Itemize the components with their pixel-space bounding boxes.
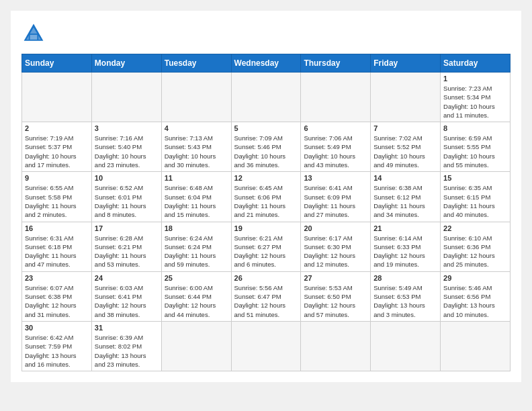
day-number: 22 [443,224,507,232]
day-number: 8 [443,124,507,132]
day-number: 9 [25,174,89,182]
day-cell: 15Sunrise: 6:35 AM Sunset: 6:15 PM Dayli… [441,172,511,222]
day-number: 15 [443,174,507,182]
day-cell: 29Sunrise: 5:46 AM Sunset: 6:56 PM Dayli… [441,271,511,321]
day-cell: 25Sunrise: 6:00 AM Sunset: 6:44 PM Dayli… [161,271,231,321]
day-number: 11 [165,174,228,182]
day-number: 27 [304,274,367,282]
day-info: Sunrise: 6:31 AM Sunset: 6:18 PM Dayligh… [25,234,89,269]
day-cell [22,73,92,122]
day-number: 30 [25,324,89,332]
day-info: Sunrise: 6:59 AM Sunset: 5:55 PM Dayligh… [443,134,507,169]
day-cell: 5Sunrise: 7:09 AM Sunset: 5:46 PM Daylig… [231,122,301,172]
week-row-4: 16Sunrise: 6:31 AM Sunset: 6:18 PM Dayli… [22,222,511,271]
day-cell: 30Sunrise: 6:42 AM Sunset: 7:59 PM Dayli… [22,321,92,371]
day-cell [441,321,511,371]
day-info: Sunrise: 6:24 AM Sunset: 6:24 PM Dayligh… [165,234,228,269]
day-cell [231,73,301,122]
weekday-header-wednesday: Wednesday [231,54,301,73]
day-cell: 26Sunrise: 5:56 AM Sunset: 6:47 PM Dayli… [231,271,301,321]
day-cell [231,321,301,371]
day-info: Sunrise: 6:45 AM Sunset: 6:06 PM Dayligh… [234,183,298,219]
day-number: 14 [373,174,437,182]
day-number: 5 [234,124,298,132]
day-info: Sunrise: 6:28 AM Sunset: 6:21 PM Dayligh… [95,234,159,269]
week-row-2: 2Sunrise: 7:19 AM Sunset: 5:37 PM Daylig… [22,122,511,172]
day-cell: 9Sunrise: 6:55 AM Sunset: 5:58 PM Daylig… [22,172,92,222]
day-cell [301,321,371,371]
svg-rect-3 [30,35,38,40]
day-cell [161,321,231,371]
day-number: 24 [95,274,159,282]
day-info: Sunrise: 7:16 AM Sunset: 5:40 PM Dayligh… [95,134,159,169]
day-info: Sunrise: 6:41 AM Sunset: 6:09 PM Dayligh… [304,183,367,219]
day-cell [371,73,441,122]
day-cell: 21Sunrise: 6:14 AM Sunset: 6:33 PM Dayli… [371,222,441,271]
day-cell: 24Sunrise: 6:03 AM Sunset: 6:41 PM Dayli… [91,271,161,321]
day-info: Sunrise: 5:56 AM Sunset: 6:47 PM Dayligh… [234,283,298,319]
weekday-header-saturday: Saturday [441,54,511,73]
logo-icon [21,21,46,46]
week-row-3: 9Sunrise: 6:55 AM Sunset: 5:58 PM Daylig… [22,172,511,222]
calendar-page: SundayMondayTuesdayWednesdayThursdayFrid… [11,11,521,382]
day-info: Sunrise: 6:35 AM Sunset: 6:15 PM Dayligh… [443,183,507,219]
day-cell: 14Sunrise: 6:38 AM Sunset: 6:12 PM Dayli… [371,172,441,222]
day-cell: 2Sunrise: 7:19 AM Sunset: 5:37 PM Daylig… [22,122,92,172]
header-row: SundayMondayTuesdayWednesdayThursdayFrid… [22,54,511,73]
day-cell: 10Sunrise: 6:52 AM Sunset: 6:01 PM Dayli… [91,172,161,222]
day-info: Sunrise: 5:46 AM Sunset: 6:56 PM Dayligh… [443,283,507,319]
day-number: 3 [95,124,159,132]
weekday-header-thursday: Thursday [301,54,371,73]
day-number: 17 [95,224,159,232]
day-info: Sunrise: 6:48 AM Sunset: 6:04 PM Dayligh… [165,183,228,219]
day-cell: 11Sunrise: 6:48 AM Sunset: 6:04 PM Dayli… [161,172,231,222]
day-cell: 13Sunrise: 6:41 AM Sunset: 6:09 PM Dayli… [301,172,371,222]
day-info: Sunrise: 6:52 AM Sunset: 6:01 PM Dayligh… [95,183,159,219]
day-number: 4 [165,124,228,132]
day-number: 28 [373,274,437,282]
day-info: Sunrise: 6:14 AM Sunset: 6:33 PM Dayligh… [373,234,437,269]
day-cell: 19Sunrise: 6:21 AM Sunset: 6:27 PM Dayli… [231,222,301,271]
day-info: Sunrise: 7:09 AM Sunset: 5:46 PM Dayligh… [234,134,298,169]
day-cell: 7Sunrise: 7:02 AM Sunset: 5:52 PM Daylig… [371,122,441,172]
day-info: Sunrise: 7:23 AM Sunset: 5:34 PM Dayligh… [443,84,507,120]
day-info: Sunrise: 6:42 AM Sunset: 7:59 PM Dayligh… [25,333,89,369]
day-cell [301,73,371,122]
day-info: Sunrise: 6:17 AM Sunset: 6:30 PM Dayligh… [304,234,367,269]
week-row-6: 30Sunrise: 6:42 AM Sunset: 7:59 PM Dayli… [22,321,511,371]
weekday-header-friday: Friday [371,54,441,73]
day-number: 1 [443,75,507,83]
day-number: 10 [95,174,159,182]
day-cell: 23Sunrise: 6:07 AM Sunset: 6:38 PM Dayli… [22,271,92,321]
day-cell: 8Sunrise: 6:59 AM Sunset: 5:55 PM Daylig… [441,122,511,172]
day-info: Sunrise: 6:39 AM Sunset: 8:02 PM Dayligh… [95,333,159,369]
day-number: 26 [234,274,298,282]
day-number: 7 [373,124,437,132]
day-info: Sunrise: 6:07 AM Sunset: 6:38 PM Dayligh… [25,283,89,319]
week-row-5: 23Sunrise: 6:07 AM Sunset: 6:38 PM Dayli… [22,271,511,321]
day-cell [371,321,441,371]
day-number: 13 [304,174,367,182]
day-info: Sunrise: 7:19 AM Sunset: 5:37 PM Dayligh… [25,134,89,169]
day-cell: 3Sunrise: 7:16 AM Sunset: 5:40 PM Daylig… [91,122,161,172]
day-cell: 4Sunrise: 7:13 AM Sunset: 5:43 PM Daylig… [161,122,231,172]
day-number: 20 [304,224,367,232]
day-cell: 1Sunrise: 7:23 AM Sunset: 5:34 PM Daylig… [441,73,511,122]
header [21,21,511,46]
day-info: Sunrise: 6:03 AM Sunset: 6:41 PM Dayligh… [95,283,159,319]
day-number: 29 [443,274,507,282]
logo [21,21,50,46]
day-number: 31 [95,324,159,332]
day-info: Sunrise: 6:00 AM Sunset: 6:44 PM Dayligh… [165,283,228,319]
day-number: 25 [165,274,228,282]
day-number: 16 [25,224,89,232]
day-info: Sunrise: 7:02 AM Sunset: 5:52 PM Dayligh… [373,134,437,169]
day-cell: 31Sunrise: 6:39 AM Sunset: 8:02 PM Dayli… [91,321,161,371]
day-info: Sunrise: 6:21 AM Sunset: 6:27 PM Dayligh… [234,234,298,269]
weekday-header-tuesday: Tuesday [161,54,231,73]
day-info: Sunrise: 5:49 AM Sunset: 6:53 PM Dayligh… [373,283,437,319]
day-info: Sunrise: 6:10 AM Sunset: 6:36 PM Dayligh… [443,234,507,269]
day-cell [91,73,161,122]
day-info: Sunrise: 7:06 AM Sunset: 5:49 PM Dayligh… [304,134,367,169]
day-number: 19 [234,224,298,232]
